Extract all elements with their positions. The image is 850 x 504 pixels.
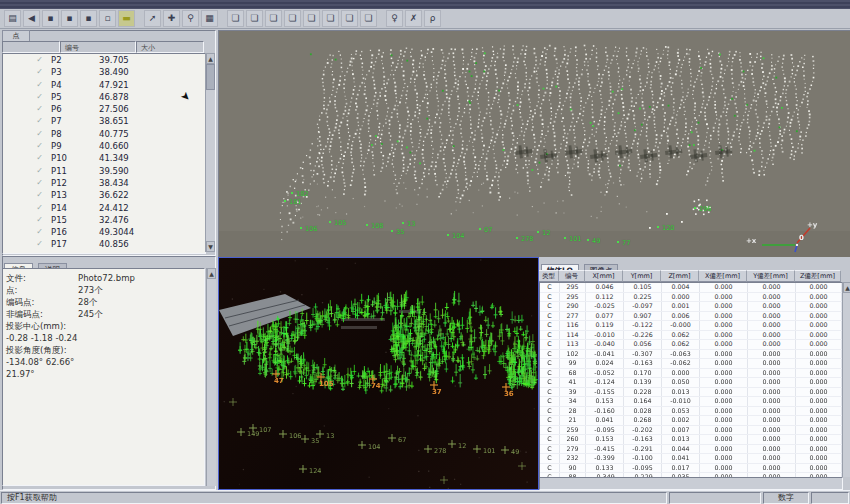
table-hscrollbar[interactable] (539, 477, 843, 490)
toolbar-icon[interactable]: ✗ (405, 10, 422, 27)
toolbar-icon[interactable]: ➚ (144, 10, 161, 27)
info-scrollbar[interactable]: ▲ (206, 268, 216, 486)
table-row[interactable]: C39-0.1550.2280.0130.0000.0000.000 (540, 388, 842, 398)
table-cell: -0.163 (624, 359, 662, 368)
table-row[interactable]: C1160.119-0.122-0.0000.0000.0000.000 (540, 321, 842, 331)
list-item[interactable]: ✓✓P1238.434 (3, 177, 205, 189)
table-row[interactable]: C290-0.025-0.0970.0010.0000.0000.000 (540, 302, 842, 312)
toolbar-icon[interactable]: ❏ (303, 10, 320, 27)
toolbar-icon[interactable]: ▪ (80, 10, 97, 27)
toolbar-icon[interactable]: ▦ (201, 10, 218, 27)
table-column-header[interactable]: Y偏差[mm] (747, 270, 795, 282)
table-row[interactable]: C990.024-0.163-0.0620.0000.0000.000 (540, 359, 842, 369)
scroll-up-icon[interactable]: ▲ (206, 53, 215, 64)
point-list-scrollbar[interactable]: ▲ ▼ (205, 53, 215, 252)
table-body[interactable]: C2950.0460.1050.0040.0000.0000.000C2950.… (539, 282, 843, 479)
column-header-size[interactable]: 大小 (136, 41, 204, 53)
table-row[interactable]: C900.133-0.0950.0170.0000.0000.000 (540, 464, 842, 474)
point-id: P9 (43, 140, 85, 152)
table-row[interactable]: C2770.0770.9070.0060.0000.0000.000 (540, 312, 842, 322)
list-item[interactable]: ✓✓P1649.3044 (3, 226, 205, 238)
list-item[interactable]: ✓✓P1424.412 (3, 202, 205, 214)
toolbar-icon[interactable]: ◀ (23, 10, 40, 27)
column-header-id[interactable]: 编号 (60, 41, 136, 53)
list-item[interactable]: ✓✓P1336.622 (3, 189, 205, 201)
list-item[interactable]: ✓✓P1041.349 (3, 152, 205, 164)
point-list-body[interactable]: ✓✓P239.705✓✓P338.490✓✓P447.921✓✓P546.878… (2, 53, 206, 254)
table-column-header[interactable]: X偏差[mm] (699, 270, 747, 282)
list-item[interactable]: ✓✓P1740.856 (3, 238, 205, 250)
marker-dot (291, 192, 293, 194)
toolbar-icon[interactable]: ❏ (322, 10, 339, 27)
table-row[interactable]: C68-0.0520.1700.0000.0000.0000.000 (540, 369, 842, 379)
table-row[interactable]: C259-0.095-0.2020.0070.0000.0000.000 (540, 426, 842, 436)
list-item[interactable]: ✓✓P1828.652 (3, 251, 205, 254)
list-item[interactable]: ✓✓P738.651 (3, 115, 205, 127)
toolbar-icon[interactable]: ρ (424, 10, 441, 27)
column-header-tree[interactable] (2, 41, 60, 53)
toolbar-icon[interactable]: ♀ (386, 10, 403, 27)
list-item[interactable]: ✓✓P627.506 (3, 103, 205, 115)
table-cell: 0.000 (700, 331, 748, 340)
toolbar-icon[interactable]: ▫ (99, 10, 116, 27)
table-row[interactable]: C279-0.415-0.2910.0440.0000.0000.000 (540, 445, 842, 455)
toolbar-icon[interactable]: ▬ (118, 10, 135, 27)
table-column-header[interactable]: Y[mm] (623, 270, 661, 282)
uncoded-point-label: 278 (434, 447, 446, 455)
table-row[interactable]: C210.0410.2680.0020.0000.0000.000 (540, 416, 842, 426)
list-item[interactable]: ✓✓P546.878 (3, 91, 205, 103)
list-item[interactable]: ✓✓P239.705 (3, 54, 205, 66)
table-row[interactable]: C2950.1120.2250.0000.0000.0000.000 (540, 293, 842, 303)
table-vscrollbar[interactable]: ▲ (842, 282, 850, 477)
scroll-up-icon[interactable]: ▲ (843, 282, 850, 293)
scroll-down-icon[interactable]: ▼ (206, 241, 215, 252)
table-cell: 102 (560, 350, 586, 359)
toolbar-icon[interactable]: ▪ (42, 10, 59, 27)
photo-view[interactable]: 4710574373614910710635131046727812101491… (218, 257, 539, 490)
table-row[interactable]: C232-0.399-0.1000.0410.0000.0000.000 (540, 454, 842, 464)
table-column-header[interactable]: Z偏差[mm] (795, 270, 841, 282)
table-row[interactable]: C2950.0460.1050.0040.0000.0000.000 (540, 283, 842, 293)
toolbar-icon[interactable]: ❏ (360, 10, 377, 27)
list-item[interactable]: ✓✓P447.921 (3, 79, 205, 91)
table-cell: 0.050 (662, 378, 700, 387)
list-item[interactable]: ✓✓P338.490 (3, 66, 205, 78)
point-cloud-canvas[interactable] (219, 31, 850, 257)
list-item[interactable]: ✓✓P840.775 (3, 128, 205, 140)
list-item[interactable]: ✓✓P1532.476 (3, 214, 205, 226)
table-column-header[interactable]: 编号 (559, 270, 585, 282)
toolbar-icon[interactable]: ❏ (246, 10, 263, 27)
toolbar-icon[interactable]: ❏ (284, 10, 301, 27)
table-column-header[interactable]: 类型 (539, 270, 559, 282)
toolbar-icon[interactable]: ▤ (4, 10, 21, 27)
toolbar-icon[interactable]: ▪ (61, 10, 78, 27)
list-item[interactable]: ✓✓P940.660 (3, 140, 205, 152)
table-row[interactable]: C41-0.1240.1390.0500.0000.0000.000 (540, 378, 842, 388)
title-bar[interactable] (0, 0, 850, 9)
scroll-thumb[interactable] (206, 64, 215, 90)
table-row[interactable]: C28-0.1600.0280.0530.0000.0000.000 (540, 407, 842, 417)
list-item[interactable]: ✓✓P1139.590 (3, 165, 205, 177)
table-row[interactable]: C113-0.0400.0560.0620.0000.0000.000 (540, 340, 842, 350)
point-cloud-view[interactable]: 1821811061051083513104072781210149771202… (218, 30, 850, 258)
table-cell: 0.268 (624, 416, 662, 425)
scroll-up-icon[interactable]: ▲ (207, 268, 216, 279)
check-icon: ✓ (3, 202, 43, 214)
toolbar-icon[interactable]: ❏ (265, 10, 282, 27)
table-column-header[interactable]: X[mm] (585, 270, 623, 282)
toolbar-icon[interactable]: ❏ (227, 10, 244, 27)
point-label: 12 (542, 230, 550, 236)
table-row[interactable]: C2600.153-0.1630.0130.0000.0000.000 (540, 435, 842, 445)
toolbar-icon[interactable]: ⚲ (182, 10, 199, 27)
table-row[interactable]: C114-0.010-0.2260.0620.0000.0000.000 (540, 331, 842, 341)
point-value: 41.349 (85, 152, 129, 164)
table-row[interactable]: C340.1530.164-0.0100.0000.0000.000 (540, 397, 842, 407)
toolbar-icon[interactable]: ✚ (163, 10, 180, 27)
table-row[interactable]: C102-0.041-0.307-0.0630.0000.0000.000 (540, 350, 842, 360)
toolbar-icon[interactable]: ❏ (341, 10, 358, 27)
point-label: 101 (569, 236, 581, 242)
table-column-header[interactable]: Z[mm] (661, 270, 699, 282)
point-label: 13 (407, 221, 415, 227)
table-cell: 0.000 (748, 283, 796, 292)
table-cell: 0.056 (624, 340, 662, 349)
